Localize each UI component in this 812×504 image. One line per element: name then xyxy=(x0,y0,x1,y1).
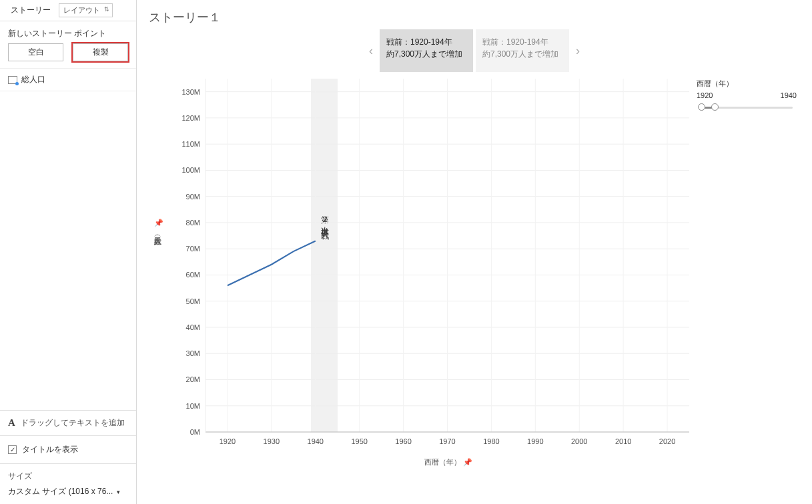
chart: 西暦（年） 1920 1940 📌 人口（総数） 第２次世界大戦 0M10M20… xyxy=(149,79,799,465)
svg-text:2000: 2000 xyxy=(571,437,587,445)
layout-dropdown-label: レイアウト xyxy=(63,6,100,14)
show-title-checkbox[interactable]: ✓ xyxy=(8,445,17,454)
svg-text:30M: 30M xyxy=(186,349,200,357)
plot-svg: 0M10M20M30M40M50M60M70M80M90M100M110M120… xyxy=(149,79,799,465)
story-point-line1: 戦前：1920-194年 xyxy=(386,36,466,48)
chevron-down-icon: ▾ xyxy=(117,489,120,495)
svg-text:0M: 0M xyxy=(190,428,200,436)
sheet-item-label: 総人口 xyxy=(21,74,45,85)
svg-text:130M: 130M xyxy=(181,88,200,96)
svg-text:1920: 1920 xyxy=(220,437,236,445)
pin-icon[interactable]: 📌 xyxy=(463,458,472,466)
show-title-row: ✓ タイトルを表示 xyxy=(0,436,136,464)
duplicate-button[interactable]: 複製 xyxy=(73,43,128,61)
next-storypoint-button[interactable]: › xyxy=(572,44,584,58)
svg-text:110M: 110M xyxy=(181,140,200,148)
show-title-label: タイトルを表示 xyxy=(22,444,78,455)
svg-text:1990: 1990 xyxy=(527,437,543,445)
svg-text:1980: 1980 xyxy=(483,437,499,445)
new-storypoint-label: 新しいストーリー ポイント xyxy=(0,21,136,43)
story-point-1[interactable]: 戦前：1920-194年 約7,300万人まで増加 xyxy=(380,29,473,72)
svg-text:120M: 120M xyxy=(181,114,200,122)
svg-text:40M: 40M xyxy=(186,323,200,331)
blank-button[interactable]: 空白 xyxy=(8,43,63,61)
x-axis-title-text: 西暦（年） xyxy=(424,458,461,466)
svg-text:1940: 1940 xyxy=(308,437,324,445)
sidebar: ストーリー レイアウト ⇅ 新しいストーリー ポイント 空白 複製 総人口 A … xyxy=(0,0,137,504)
size-section: サイズ カスタム サイズ (1016 x 76... ▾ xyxy=(0,464,136,504)
size-select-value: カスタム サイズ (1016 x 76... xyxy=(8,487,113,496)
svg-text:1960: 1960 xyxy=(395,437,411,445)
drag-text-hint[interactable]: A ドラッグしてテキストを追加 xyxy=(0,410,136,436)
text-icon: A xyxy=(8,417,15,429)
svg-text:90M: 90M xyxy=(186,193,200,201)
svg-text:70M: 70M xyxy=(186,245,200,253)
svg-text:2010: 2010 xyxy=(615,437,631,445)
svg-text:1970: 1970 xyxy=(439,437,455,445)
layout-dropdown[interactable]: レイアウト ⇅ xyxy=(59,3,113,17)
svg-text:1950: 1950 xyxy=(351,437,367,445)
tab-story[interactable]: ストーリー xyxy=(7,2,55,19)
story-point-line1: 戦前：1920-194年 xyxy=(482,36,562,48)
story-nav: ‹ 戦前：1920-194年 約7,300万人まで増加 戦前：1920-194年… xyxy=(149,29,800,72)
story-point-2[interactable]: 戦前：1920-194年 約7,300万人まで増加 xyxy=(476,29,569,72)
size-select[interactable]: カスタム サイズ (1016 x 76... ▾ xyxy=(8,486,128,497)
svg-text:10M: 10M xyxy=(186,402,200,410)
sheet-item[interactable]: 総人口 xyxy=(0,68,136,91)
svg-text:60M: 60M xyxy=(186,271,200,279)
svg-text:20M: 20M xyxy=(186,375,200,383)
story-point-line2: 約7,300万人まで増加 xyxy=(386,48,466,60)
sidebar-tabs: ストーリー レイアウト ⇅ xyxy=(0,0,136,21)
chevron-updown-icon: ⇅ xyxy=(104,6,109,13)
prev-storypoint-button[interactable]: ‹ xyxy=(365,44,377,58)
worksheet-icon xyxy=(8,76,17,84)
new-storypoint-buttons: 空白 複製 xyxy=(0,43,136,68)
main-area: ストーリー１ ‹ 戦前：1920-194年 約7,300万人まで増加 戦前：19… xyxy=(137,0,812,504)
svg-text:50M: 50M xyxy=(186,297,200,305)
svg-text:80M: 80M xyxy=(186,219,200,227)
drag-text-label: ドラッグしてテキストを追加 xyxy=(21,417,125,429)
story-title[interactable]: ストーリー１ xyxy=(149,9,800,25)
svg-text:100M: 100M xyxy=(181,166,200,174)
story-point-line2: 約7,300万人まで増加 xyxy=(482,48,562,60)
size-label: サイズ xyxy=(8,471,128,482)
svg-text:1930: 1930 xyxy=(264,437,280,445)
svg-text:2020: 2020 xyxy=(659,437,675,445)
x-axis-title: 西暦（年） 📌 xyxy=(424,457,472,467)
